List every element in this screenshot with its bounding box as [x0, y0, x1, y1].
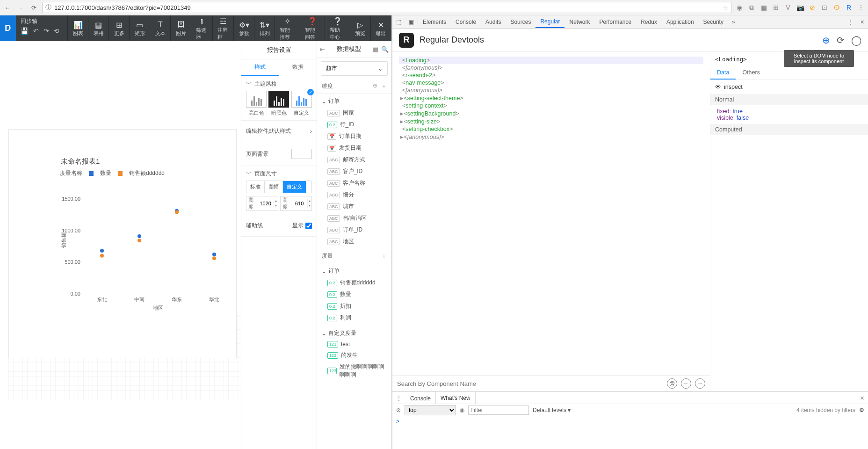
- field-利润[interactable]: 0.2利润: [322, 312, 387, 324]
- reload-button[interactable]: ⟳: [29, 3, 38, 12]
- field-发的撒啊啊啊啊啊啊啊啊[interactable]: 123发的撒啊啊啊啊啊啊啊啊: [322, 361, 387, 381]
- tool-图片[interactable]: 🖼图片: [171, 15, 191, 41]
- tree-node[interactable]: <nav-message>: [399, 79, 703, 87]
- group-order-measure[interactable]: ⌄订单: [322, 265, 387, 277]
- field-客户名称[interactable]: ABC客户名称: [322, 177, 387, 189]
- height-field[interactable]: 高度 ▴▾: [280, 196, 312, 211]
- next-result-icon[interactable]: →: [695, 378, 705, 389]
- tool-帮助中心[interactable]: ❔帮助中心: [325, 15, 350, 41]
- drawer-tab-console[interactable]: Console: [405, 392, 436, 404]
- field-订单_ID[interactable]: ABC订单_ID: [322, 224, 387, 236]
- app-logo[interactable]: D: [0, 15, 16, 41]
- tree-node[interactable]: <setting-context>: [399, 102, 703, 109]
- context-select[interactable]: top: [405, 405, 456, 415]
- component-search-input[interactable]: [397, 380, 663, 387]
- ext-icon[interactable]: ◉: [735, 3, 744, 12]
- group-order[interactable]: ⌄订单: [322, 95, 387, 107]
- inspect-row[interactable]: 👁 inspect: [710, 80, 868, 94]
- theme-dark[interactable]: 暗黑色: [268, 91, 289, 116]
- devtools-tab-network[interactable]: Network: [564, 15, 594, 28]
- save-icon[interactable]: 💾: [21, 27, 29, 35]
- tab-data[interactable]: 数据: [279, 59, 317, 76]
- bookmark-star-icon[interactable]: ☆: [723, 4, 728, 11]
- spin-up[interactable]: ▴: [308, 199, 311, 203]
- field-省/自治区[interactable]: ABC省/自治区: [322, 212, 387, 224]
- tree-node[interactable]: ▸<settingBackground>: [399, 109, 703, 117]
- inspect-element-icon[interactable]: ⬚: [392, 19, 405, 25]
- tool-智能问答[interactable]: ❓智能问答: [300, 15, 326, 41]
- edit-default-row[interactable]: 编辑控件默认样式 ›: [246, 124, 312, 138]
- ext-icon[interactable]: V: [784, 3, 792, 12]
- spin-down[interactable]: ▾: [274, 203, 278, 208]
- ext-icon[interactable]: ⵙ: [832, 3, 841, 12]
- field-的发生[interactable]: 123的发生: [322, 349, 387, 361]
- width-input[interactable]: [258, 201, 274, 206]
- drawer-tab-whatsnew[interactable]: What's New: [436, 392, 476, 404]
- size-custom[interactable]: 自定义: [282, 181, 306, 193]
- redo-icon[interactable]: ↷: [43, 27, 49, 35]
- tool-预览[interactable]: ▷预览: [350, 15, 371, 41]
- tool-退出[interactable]: ✕退出: [371, 15, 391, 41]
- devtools-close-button[interactable]: ×: [857, 18, 868, 26]
- ext-icon[interactable]: ⊞: [772, 3, 780, 12]
- tree-node[interactable]: <r-search-2>: [399, 72, 703, 79]
- tool-图表[interactable]: 📊图表: [68, 15, 88, 41]
- tree-node[interactable]: <[anonymous]>: [399, 87, 703, 94]
- canvas-area[interactable]: 未命名报表1 度量名称 数量 销售额dddddd 0.00500.001000.…: [0, 41, 241, 449]
- field-行_ID[interactable]: 0.2行_ID: [322, 119, 387, 130]
- field-邮寄方式[interactable]: ABC邮寄方式: [322, 154, 387, 166]
- bg-color-swatch[interactable]: [291, 149, 312, 159]
- field-国家[interactable]: ABC国家: [322, 107, 387, 119]
- refresh-icon[interactable]: ⟲: [54, 27, 59, 35]
- field-发货日期[interactable]: 📅发货日期: [322, 142, 387, 154]
- inspect-tab-others[interactable]: Others: [736, 66, 767, 80]
- devtools-tab-elements[interactable]: Elements: [418, 15, 451, 28]
- back-button[interactable]: ←: [3, 3, 12, 12]
- group-custom-measure[interactable]: ⌄自定义度量: [322, 327, 387, 339]
- tool-智能推荐[interactable]: ✧智能推荐: [275, 15, 300, 41]
- tool-更多[interactable]: ⊞更多: [109, 15, 130, 41]
- tree-node[interactable]: <Loading>: [399, 57, 703, 64]
- add-icon[interactable]: ＋: [381, 252, 387, 260]
- devtools-tab-sources[interactable]: Sources: [506, 15, 535, 28]
- devtools-menu-icon[interactable]: ⋮: [844, 19, 857, 25]
- size-standard[interactable]: 标准: [246, 181, 264, 193]
- ext-icon[interactable]: ⧉: [747, 3, 756, 12]
- field-客户_ID[interactable]: ABC客户_ID: [322, 166, 387, 177]
- site-info-icon[interactable]: ⓘ: [45, 3, 51, 12]
- theme-custom[interactable]: ✓ 自定义: [291, 91, 312, 116]
- width-field[interactable]: 宽度 ▴▾: [246, 196, 278, 211]
- tool-筛选器[interactable]: ⫿筛选器: [191, 15, 212, 41]
- devtools-tab-application[interactable]: Application: [662, 15, 699, 28]
- field-城市[interactable]: ABC城市: [322, 201, 387, 212]
- tree-node[interactable]: ▸<setting-select-theme>: [399, 94, 703, 102]
- ext-icon[interactable]: 📷: [796, 3, 804, 12]
- tool-注释框[interactable]: ☲注释框: [213, 15, 234, 41]
- collapse-icon[interactable]: ⇤: [320, 46, 325, 53]
- url-bar[interactable]: ⓘ 127.0.0.1:7000/dash/37867/editor?pid=7…: [42, 2, 731, 13]
- prev-result-icon[interactable]: ←: [681, 378, 691, 389]
- field-数量[interactable]: 0.2数量: [322, 289, 387, 300]
- console-body[interactable]: >: [392, 416, 868, 449]
- field-订单日期[interactable]: 📅订单日期: [322, 130, 387, 142]
- device-toggle-icon[interactable]: ▣: [405, 19, 418, 25]
- field-细分[interactable]: ABC细分: [322, 189, 387, 201]
- ext-icon[interactable]: R: [845, 3, 853, 12]
- spin-up[interactable]: ▴: [274, 199, 278, 203]
- field-销售额dddddd[interactable]: 0.2销售额dddddd: [322, 277, 387, 289]
- devtools-tab-regular[interactable]: Regular: [535, 15, 564, 28]
- devtools-tab-security[interactable]: Security: [699, 15, 728, 28]
- tool-参数[interactable]: ⚙▾参数: [234, 15, 254, 41]
- tool-矩形[interactable]: ▭矩形: [130, 15, 150, 41]
- devtools-tab-performance[interactable]: Performance: [595, 15, 637, 28]
- devtools-tab-redux[interactable]: Redux: [636, 15, 662, 28]
- tree-node[interactable]: ▸<[anonymous]>: [399, 133, 703, 141]
- undo-icon[interactable]: ↶: [33, 27, 39, 35]
- dataset-select[interactable]: 超市 ⌄: [321, 61, 388, 76]
- search-icon[interactable]: 🔍: [381, 46, 389, 53]
- tab-style[interactable]: 样式: [241, 59, 279, 76]
- ext-icon[interactable]: ⊘: [808, 3, 817, 12]
- tree-node[interactable]: <setting-checkbox>: [399, 125, 703, 133]
- drawer-close-button[interactable]: ×: [857, 394, 868, 402]
- chevron-down-icon[interactable]: ﹀: [246, 80, 252, 88]
